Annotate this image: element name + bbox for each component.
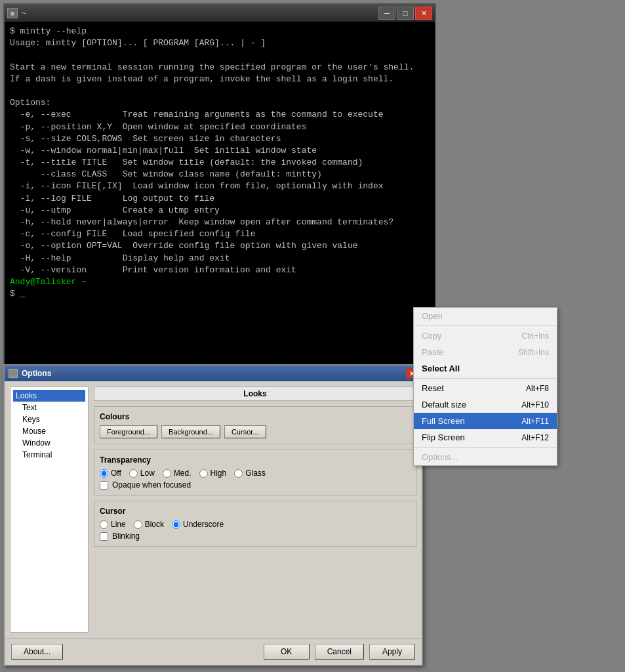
terminal-line-20: -H, --help Display help and exit bbox=[10, 253, 430, 264]
terminal-line-13: --class CLASS Set window class name (def… bbox=[10, 169, 430, 180]
terminal-line-8: -e, --exec Treat remaining arguments as … bbox=[10, 109, 430, 121]
terminal-line-6 bbox=[10, 85, 430, 97]
menu-item-options[interactable]: Options... bbox=[414, 449, 557, 465]
menu-item-open[interactable]: Open bbox=[414, 308, 557, 324]
menu-separator-3 bbox=[414, 447, 557, 448]
cursor-options: Line Block Underscore bbox=[100, 520, 411, 529]
ok-button[interactable]: OK bbox=[264, 644, 310, 660]
transparency-off[interactable]: Off bbox=[100, 469, 121, 478]
menu-item-full-screen-label: Full Screen bbox=[422, 416, 465, 426]
cancel-button[interactable]: Cancel bbox=[315, 644, 364, 660]
window-controls: ─ □ ✕ bbox=[378, 7, 432, 20]
about-button[interactable]: About... bbox=[11, 644, 63, 660]
dialog-footer: About... OK Cancel Apply bbox=[5, 638, 422, 665]
terminal-line-11: -w, --window normal|min|max|full Set ini… bbox=[10, 145, 430, 157]
opaque-focused-checkbox[interactable] bbox=[100, 481, 108, 490]
sidebar-item-keys[interactable]: Keys bbox=[13, 413, 85, 425]
options-dialog: Options ✕ Looks Text Keys Mouse Window T… bbox=[3, 364, 423, 666]
sidebar-item-window[interactable]: Window bbox=[13, 437, 85, 449]
terminal-line-9: -p, --position X,Y Open window at specif… bbox=[10, 121, 430, 133]
menu-item-copy-shortcut: Ctrl+Ins bbox=[521, 331, 549, 341]
menu-item-flip-screen-label: Flip Screen bbox=[422, 432, 465, 442]
menu-item-options-label: Options... bbox=[422, 452, 458, 462]
menu-item-select-all[interactable]: Select All bbox=[414, 360, 557, 377]
menu-item-reset-label: Reset bbox=[422, 383, 444, 393]
menu-item-flip-screen-shortcut: Alt+F12 bbox=[521, 433, 549, 442]
terminal-line-3 bbox=[10, 49, 430, 61]
cursor-section: Cursor Line Block Underscore Blinking bbox=[94, 501, 416, 547]
content-header: Looks bbox=[94, 387, 416, 401]
cursor-color-button[interactable]: Cursor... bbox=[224, 425, 266, 438]
terminal-line-21: -V, --version Print version information … bbox=[10, 264, 430, 276]
menu-item-flip-screen[interactable]: Flip Screen Alt+F12 bbox=[414, 429, 557, 446]
menu-item-reset-shortcut: Alt+F8 bbox=[526, 384, 549, 393]
sidebar-item-mouse[interactable]: Mouse bbox=[13, 425, 85, 437]
transparency-section: Transparency Off Low Med. High bbox=[94, 450, 416, 495]
terminal-title-text: ~ bbox=[22, 9, 26, 18]
maximize-button[interactable]: □ bbox=[397, 7, 414, 20]
menu-separator-2 bbox=[414, 378, 557, 379]
foreground-button[interactable]: Foreground... bbox=[100, 425, 157, 438]
cursor-label: Cursor bbox=[100, 507, 411, 516]
footer-right-buttons: OK Cancel Apply bbox=[264, 644, 415, 660]
cursor-underscore[interactable]: Underscore bbox=[172, 520, 224, 529]
dialog-title-text: Options bbox=[22, 369, 51, 378]
transparency-label: Transparency bbox=[100, 455, 411, 465]
terminal-line-18: -c, --config FILE Load specified config … bbox=[10, 228, 430, 240]
terminal-line-2: Usage: mintty [OPTION]... [ PROGRAM [ARG… bbox=[10, 37, 430, 49]
transparency-options: Off Low Med. High Glass bbox=[100, 469, 411, 478]
menu-item-full-screen[interactable]: Full Screen Alt+F11 bbox=[414, 413, 557, 429]
close-button[interactable]: ✕ bbox=[415, 7, 432, 20]
colours-label: Colours bbox=[100, 412, 411, 421]
context-menu: Open Copy Ctrl+Ins Paste Shift+Ins Selec… bbox=[413, 307, 557, 466]
sidebar-item-looks[interactable]: Looks bbox=[13, 390, 85, 402]
terminal-line-14: -i, --icon FILE[,IX] Load window icon fr… bbox=[10, 180, 430, 192]
menu-item-paste-label: Paste bbox=[422, 347, 443, 357]
menu-item-default-size-shortcut: Alt+F10 bbox=[521, 400, 549, 410]
terminal-line-5: If a dash is given instead of a program,… bbox=[10, 74, 430, 85]
minimize-button[interactable]: ─ bbox=[378, 7, 395, 20]
terminal-line-7: Options: bbox=[10, 97, 430, 109]
menu-separator-1 bbox=[414, 326, 557, 326]
terminal-line-4: Start a new terminal session running the… bbox=[10, 62, 430, 74]
terminal-line-12: -t, --title TITLE Set window title (defa… bbox=[10, 157, 430, 169]
terminal-line-15: -l, --log FILE Log output to file bbox=[10, 193, 430, 205]
terminal-line-1: $ mintty --help bbox=[10, 26, 430, 37]
dialog-sidebar: Looks Text Keys Mouse Window Terminal bbox=[10, 387, 89, 633]
sidebar-item-text[interactable]: Text bbox=[13, 402, 85, 413]
transparency-glass[interactable]: Glass bbox=[234, 469, 266, 478]
terminal-title-left: ▣ ~ bbox=[7, 8, 26, 18]
terminal-line-17: -h, --hold never|always|error Keep windo… bbox=[10, 217, 430, 228]
dialog-body: Looks Text Keys Mouse Window Terminal Lo… bbox=[5, 381, 422, 638]
dialog-titlebar: Options ✕ bbox=[5, 366, 422, 381]
menu-item-default-size[interactable]: Default size Alt+F10 bbox=[414, 396, 557, 413]
transparency-med[interactable]: Med. bbox=[163, 469, 192, 478]
apply-button[interactable]: Apply bbox=[369, 644, 415, 660]
terminal-line-16: -u, --utmp Create a utmp entry bbox=[10, 205, 430, 217]
menu-item-copy-label: Copy bbox=[422, 331, 441, 341]
cursor-block[interactable]: Block bbox=[134, 520, 164, 529]
menu-item-default-size-label: Default size bbox=[422, 400, 466, 410]
menu-item-paste[interactable]: Paste Shift+Ins bbox=[414, 344, 557, 360]
blinking-checkbox[interactable] bbox=[100, 532, 108, 541]
blinking-label: Blinking bbox=[112, 532, 140, 541]
dialog-icon bbox=[9, 369, 18, 378]
menu-item-paste-shortcut: Shift+Ins bbox=[518, 348, 549, 357]
transparency-high[interactable]: High bbox=[199, 469, 227, 478]
background-button[interactable]: Background... bbox=[161, 425, 220, 438]
cursor-line[interactable]: Line bbox=[100, 520, 126, 529]
terminal-window: ▣ ~ ─ □ ✕ $ mintty --help Usage: mintty … bbox=[3, 3, 436, 377]
terminal-body: $ mintty --help Usage: mintty [OPTION]..… bbox=[5, 22, 435, 376]
menu-item-reset[interactable]: Reset Alt+F8 bbox=[414, 380, 557, 396]
terminal-prompt-line: Andy@Talisker ~ bbox=[10, 276, 430, 288]
menu-item-copy[interactable]: Copy Ctrl+Ins bbox=[414, 327, 557, 344]
dialog-content: Looks Colours Foreground... Background..… bbox=[94, 387, 416, 633]
colours-section: Colours Foreground... Background... Curs… bbox=[94, 406, 416, 444]
menu-item-full-screen-shortcut: Alt+F11 bbox=[521, 417, 549, 426]
opaque-focused-label: Opaque when focused bbox=[112, 480, 191, 490]
sidebar-item-terminal[interactable]: Terminal bbox=[13, 449, 85, 461]
prompt-green: Andy@Talisker ~ bbox=[10, 277, 87, 287]
terminal-icon: ▣ bbox=[7, 8, 18, 18]
transparency-low[interactable]: Low bbox=[129, 469, 155, 478]
terminal-line-19: -o, --option OPT=VAL Override config fil… bbox=[10, 240, 430, 252]
